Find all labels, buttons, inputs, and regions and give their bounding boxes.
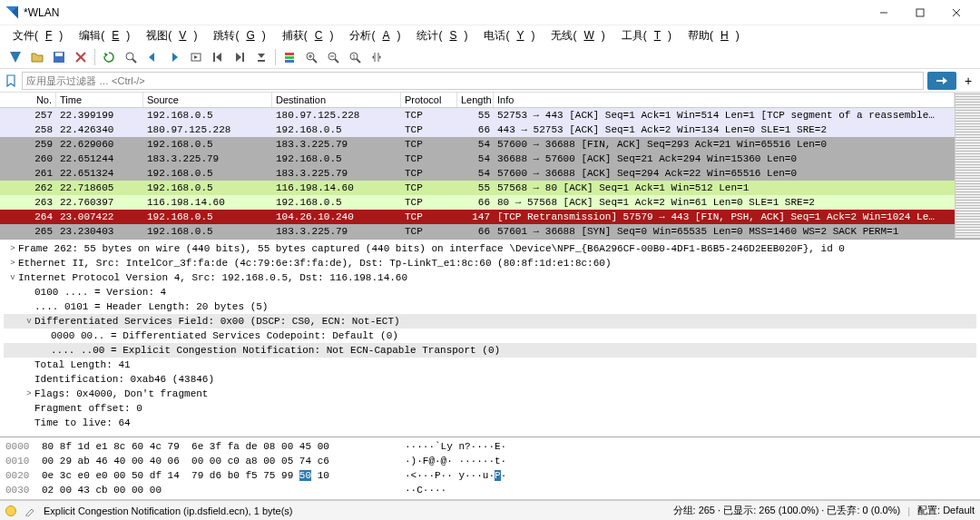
menu-item[interactable]: 文件(F) xyxy=(5,26,70,45)
hex-row[interactable]: 003002 00 43 cb 00 00 00··C···· xyxy=(5,483,975,497)
maximize-button[interactable] xyxy=(902,0,938,25)
zoom-reset-icon[interactable]: 1 xyxy=(345,47,365,67)
column-length[interactable]: Length xyxy=(457,93,494,107)
edit-capture-comment-icon[interactable] xyxy=(24,505,36,517)
tree-toggle-icon[interactable] xyxy=(40,346,51,355)
display-filter-input[interactable] xyxy=(22,72,924,90)
hex-ascii[interactable]: ·····`Ly n?····E· xyxy=(405,439,975,454)
go-first-icon[interactable] xyxy=(208,47,228,67)
zoom-in-icon[interactable] xyxy=(301,47,321,67)
go-forward-icon[interactable] xyxy=(164,47,184,67)
menu-item[interactable]: 跳转(G) xyxy=(206,26,272,45)
hex-ascii[interactable]: ··C···· xyxy=(405,483,975,497)
tree-toggle-icon[interactable]: > xyxy=(24,389,34,398)
detail-row[interactable]: > Flags: 0x4000, Don't fragment xyxy=(4,387,976,401)
detail-row[interactable]: 0000 00.. = Differentiated Services Code… xyxy=(4,329,976,343)
interface-list-icon[interactable] xyxy=(5,47,25,67)
detail-row[interactable]: Total Length: 41 xyxy=(4,358,976,372)
packet-row[interactable]: 25722.399199192.168.0.5180.97.125.228TCP… xyxy=(0,108,955,123)
detail-text: .... 0101 = Header Length: 20 bytes (5) xyxy=(34,301,268,312)
apply-filter-button[interactable] xyxy=(927,72,956,90)
save-file-icon[interactable] xyxy=(49,47,69,67)
hex-row[interactable]: 001000 29 ab 46 40 00 40 06 00 00 c0 a8 … xyxy=(5,454,975,468)
column-destination[interactable]: Destination xyxy=(272,93,401,107)
detail-row[interactable]: Fragment offset: 0 xyxy=(4,401,976,416)
tree-toggle-icon[interactable]: > xyxy=(7,244,18,253)
detail-row[interactable]: 0100 .... = Version: 4 xyxy=(4,285,976,299)
menu-item[interactable]: 统计(S) xyxy=(409,26,475,45)
menu-item[interactable]: 捕获(C) xyxy=(275,26,341,45)
menu-item[interactable]: 电话(Y) xyxy=(476,26,542,45)
add-filter-button[interactable]: + xyxy=(960,73,976,89)
find-icon[interactable] xyxy=(121,47,141,67)
hex-bytes[interactable]: 02 00 43 cb 00 00 00 xyxy=(42,483,405,497)
svg-rect-6 xyxy=(55,53,63,56)
hex-bytes[interactable]: 0e 3c e0 e0 00 50 df 14 79 d6 b0 f5 75 9… xyxy=(42,468,405,483)
go-back-icon[interactable] xyxy=(142,47,162,67)
open-file-icon[interactable] xyxy=(27,47,47,67)
menu-item[interactable]: 分析(A) xyxy=(342,26,407,45)
minimize-button[interactable] xyxy=(866,0,902,25)
detail-row[interactable]: .... 0101 = Header Length: 20 bytes (5) xyxy=(4,299,976,314)
detail-row[interactable]: v Differentiated Services Field: 0x00 (D… xyxy=(4,314,976,329)
packet-row[interactable]: 26022.651244183.3.225.79192.168.0.5TCP54… xyxy=(0,152,955,166)
packet-details-pane[interactable]: > Frame 262: 55 bytes on wire (440 bits)… xyxy=(0,240,980,437)
packet-row[interactable]: 26122.651324192.168.0.5183.3.225.79TCP54… xyxy=(0,166,955,181)
tree-toggle-icon[interactable]: > xyxy=(7,259,18,268)
hex-bytes[interactable]: 80 8f 1d e1 8c 60 4c 79 6e 3f fa de 08 0… xyxy=(42,439,405,454)
reload-icon[interactable] xyxy=(99,47,119,67)
zoom-out-icon[interactable] xyxy=(323,47,343,67)
tree-toggle-icon[interactable] xyxy=(24,404,34,413)
hex-row[interactable]: 00200e 3c e0 e0 00 50 df 14 79 d6 b0 f5 … xyxy=(5,468,975,483)
tree-toggle-icon[interactable] xyxy=(24,288,34,297)
go-last-icon[interactable] xyxy=(230,47,250,67)
detail-row[interactable]: .... ..00 = Explicit Congestion Notifica… xyxy=(4,343,976,358)
tree-toggle-icon[interactable] xyxy=(24,360,34,369)
status-profile[interactable]: 配置: Default xyxy=(917,504,975,517)
menu-item[interactable]: 工具(T) xyxy=(614,26,679,45)
hex-ascii[interactable]: ·<···P·· y···u·P· xyxy=(405,468,975,483)
hex-row[interactable]: 000080 8f 1d e1 8c 60 4c 79 6e 3f fa de … xyxy=(5,439,975,454)
packet-row[interactable]: 26423.007422192.168.0.5104.26.10.240TCP1… xyxy=(0,210,955,224)
go-to-packet-icon[interactable] xyxy=(186,47,206,67)
bookmark-icon[interactable] xyxy=(4,74,18,88)
close-file-icon[interactable] xyxy=(71,47,91,67)
resize-columns-icon[interactable] xyxy=(367,47,387,67)
tree-toggle-icon[interactable]: v xyxy=(7,273,18,282)
toolbar: 1 xyxy=(0,45,980,69)
packet-row[interactable]: 26523.230403192.168.0.5183.3.225.79TCP66… xyxy=(0,224,955,239)
hex-bytes[interactable]: 00 29 ab 46 40 00 40 06 00 00 c0 a8 00 0… xyxy=(42,454,405,468)
tree-toggle-icon[interactable] xyxy=(24,418,34,427)
column-no[interactable]: No. xyxy=(0,93,56,107)
column-info[interactable]: Info xyxy=(494,93,955,107)
colorize-icon[interactable] xyxy=(279,47,299,67)
tree-toggle-icon[interactable] xyxy=(24,302,34,311)
packet-bytes-pane[interactable]: 000080 8f 1d e1 8c 60 4c 79 6e 3f fa de … xyxy=(0,437,980,500)
detail-row[interactable]: v Internet Protocol Version 4, Src: 192.… xyxy=(4,270,976,285)
column-time[interactable]: Time xyxy=(56,93,143,107)
hex-ascii[interactable]: ·)·F@·@· ······t· xyxy=(405,454,975,468)
expert-info-icon[interactable] xyxy=(5,505,16,516)
packet-row[interactable]: 26322.760397116.198.14.60192.168.0.5TCP6… xyxy=(0,195,955,210)
close-button[interactable] xyxy=(938,0,975,25)
detail-row[interactable]: > Frame 262: 55 bytes on wire (440 bits)… xyxy=(4,241,976,256)
column-protocol[interactable]: Protocol xyxy=(401,93,457,107)
tree-toggle-icon[interactable]: v xyxy=(24,317,34,326)
detail-text: Frame 262: 55 bytes on wire (440 bits), … xyxy=(18,243,845,254)
packet-row[interactable]: 25822.426340180.97.125.228192.168.0.5TCP… xyxy=(0,123,955,137)
intelligent-scrollbar[interactable] xyxy=(955,93,980,239)
tree-toggle-icon[interactable] xyxy=(40,331,51,340)
toolbar-separator xyxy=(275,49,276,65)
packet-row[interactable]: 25922.629060192.168.0.5183.3.225.79TCP54… xyxy=(0,137,955,152)
menu-item[interactable]: 帮助(H) xyxy=(681,26,747,45)
menu-item[interactable]: 无线(W) xyxy=(544,26,612,45)
menu-item[interactable]: 编辑(E) xyxy=(72,26,137,45)
autoscroll-icon[interactable] xyxy=(251,47,271,67)
tree-toggle-icon[interactable] xyxy=(24,375,34,384)
column-source[interactable]: Source xyxy=(143,93,272,107)
detail-row[interactable]: > Ethernet II, Src: IntelCor_3f:fa:de (4… xyxy=(4,256,976,270)
packet-row[interactable]: 26222.718605192.168.0.5116.198.14.60TCP5… xyxy=(0,181,955,195)
menu-item[interactable]: 视图(V) xyxy=(139,26,204,45)
detail-row[interactable]: Time to live: 64 xyxy=(4,416,976,430)
detail-row[interactable]: Identification: 0xab46 (43846) xyxy=(4,372,976,387)
